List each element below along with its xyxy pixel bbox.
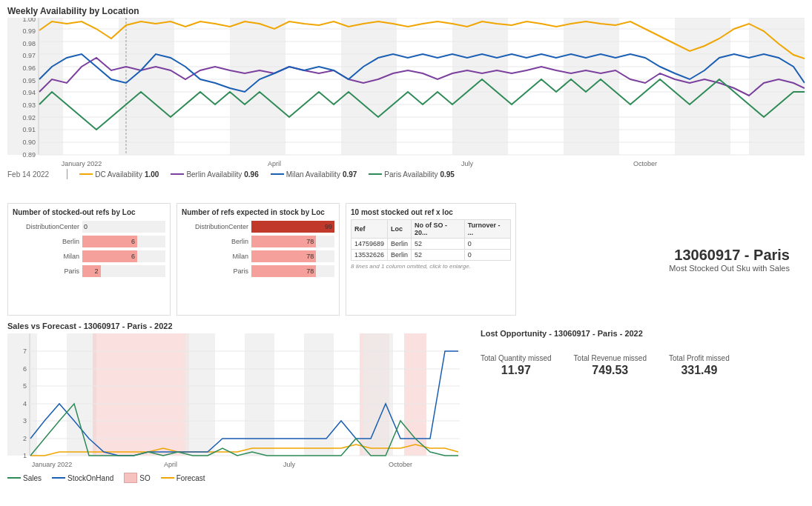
bar-label-berlin2: Berlin: [182, 238, 248, 245]
page-title: Weekly Availability by Location: [7, 6, 805, 16]
bar-fill-milan: 6: [82, 250, 137, 262]
bottom-section: Sales vs Forecast - 13060917 - Paris - 2…: [0, 319, 812, 506]
lost-opp-panel: Total Quantity missed 11.97 Total Revenu…: [481, 341, 797, 385]
bar-bg-paris: 2: [82, 265, 165, 277]
bar-bg-milan: 6: [82, 250, 165, 262]
svg-text:3: 3: [23, 417, 27, 425]
paris-legend-line: [369, 173, 382, 175]
table-row: 14759689 Berlin 52 0: [351, 239, 511, 250]
cell-turn-2: 0: [464, 250, 510, 261]
metric-quantity: Total Quantity missed 11.97: [481, 354, 552, 377]
svg-rect-39: [67, 333, 96, 456]
legend-milan: Milan Availability 0.97: [271, 170, 357, 179]
svg-text:January 2022: January 2022: [32, 461, 73, 468]
metric-revenue: Total Revenue missed 749.53: [574, 354, 647, 377]
milan-legend-line: [271, 173, 284, 175]
svg-rect-4: [452, 18, 508, 155]
svg-rect-42: [404, 333, 426, 456]
svg-text:0.96: 0.96: [22, 64, 36, 72]
svg-rect-7: [749, 18, 805, 155]
table-note[interactable]: 8 lines and 1 column omitted, click to e…: [351, 263, 511, 270]
so-legend-label: SO: [139, 474, 150, 482]
svg-text:April: April: [268, 160, 281, 167]
svg-text:4: 4: [23, 400, 27, 407]
main-container: Weekly Availability by Location 0.89 0.9…: [0, 0, 812, 506]
date-marker: Feb 14 2022: [7, 170, 49, 179]
cell-turn-1: 0: [464, 239, 510, 250]
so-legend-box: [124, 473, 137, 483]
svg-rect-43: [185, 333, 215, 456]
bar-label-milan: Milan: [13, 253, 79, 260]
top-chart-section: Weekly Availability by Location 0.89 0.9…: [0, 0, 812, 200]
sales-legend-line: [7, 477, 21, 479]
lost-opp-metrics: Total Quantity missed 11.97 Total Revenu…: [481, 354, 797, 377]
lost-opp-title: Lost Opportunity - 13060917 - Paris - 20…: [481, 329, 797, 338]
legend-soh: StockOnHand: [52, 474, 113, 482]
col-loc: Loc: [388, 220, 412, 239]
dc-legend-label: DC Availability: [95, 170, 142, 179]
svg-text:January 2022: January 2022: [62, 160, 102, 167]
sales-legend: Sales StockOnHand SO Forecast: [7, 473, 467, 483]
bar-fill-paris2: 78: [251, 265, 316, 277]
berlin-legend-value: 0.96: [244, 170, 258, 179]
bar-row-berlin: Berlin 6: [13, 236, 165, 247]
bar-label-dc: DistributionCenter: [13, 223, 79, 230]
lost-opportunity-section: Lost Opportunity - 13060917 - Paris - 20…: [473, 322, 805, 503]
berlin-legend-label: Berlin Availability: [186, 170, 242, 179]
table-row: 13532626 Berlin 52 0: [351, 250, 511, 261]
expected-stock-panel: Number of refs expected in stock by Loc …: [176, 203, 340, 316]
bar-row-dc: DistributionCenter 0: [13, 221, 165, 233]
bar-bg-paris2: 78: [251, 265, 334, 277]
svg-text:0.93: 0.93: [22, 101, 36, 109]
svg-rect-6: [675, 18, 730, 155]
svg-text:6: 6: [23, 365, 27, 373]
bar-row-dc2: DistributionCenter 99: [182, 221, 334, 233]
svg-rect-44: [245, 333, 274, 456]
dc-legend-value: 1.00: [145, 170, 159, 179]
bar-row-milan2: Milan 78: [182, 250, 334, 262]
svg-rect-2: [230, 18, 285, 155]
legend-dc: DC Availability 1.00: [79, 170, 159, 179]
legend-berlin: Berlin Availability 0.96: [171, 170, 258, 179]
metric-revenue-value: 749.53: [574, 364, 647, 377]
svg-text:October: October: [389, 461, 412, 468]
berlin-legend-line: [171, 173, 184, 175]
svg-text:0.98: 0.98: [22, 40, 36, 47]
metric-quantity-value: 11.97: [481, 364, 552, 377]
middle-section: Number of stocked-out refs by Loc Distri…: [0, 200, 812, 319]
svg-rect-46: [363, 333, 393, 456]
col-turnover: Turnover - ...: [464, 220, 510, 239]
soh-legend-label: StockOnHand: [67, 474, 113, 482]
legend-sales: Sales: [7, 474, 42, 482]
svg-text:April: April: [164, 461, 177, 468]
availability-chart[interactable]: 0.89 0.90 0.91 0.92 0.93 0.94 0.95 0.96 …: [7, 18, 805, 166]
expected-stock-title: Number of refs expected in stock by Loc: [182, 208, 334, 216]
bar-fill-berlin2: 78: [251, 236, 316, 247]
stocked-out-title: Number of stocked-out refs by Loc: [13, 208, 165, 216]
forecast-legend-label: Forecast: [176, 474, 205, 482]
paris-legend-value: 0.95: [440, 170, 454, 179]
svg-text:July: July: [461, 160, 474, 167]
bar-bg-berlin: 6: [82, 236, 165, 247]
most-stocked-out-panel: 10 most stocked out ref x loc Ref Loc No…: [346, 203, 516, 316]
bar-label-dc2: DistributionCenter: [182, 223, 248, 230]
bar-fill-milan2: 78: [251, 250, 316, 262]
svg-text:0.95: 0.95: [22, 77, 36, 84]
bar-label-milan2: Milan: [182, 253, 248, 260]
svg-text:July: July: [283, 461, 296, 468]
svg-rect-1: [119, 18, 174, 155]
sales-legend-label: Sales: [23, 474, 42, 482]
bar-bg-milan2: 78: [251, 250, 334, 262]
bar-bg-berlin2: 78: [251, 236, 334, 247]
svg-rect-0: [7, 18, 63, 155]
sales-chart[interactable]: 1 2 3 4 5 6 7 January 2022: [7, 333, 467, 470]
stocked-out-panel: Number of stocked-out refs by Loc Distri…: [7, 203, 171, 316]
dc-legend-line: [79, 173, 93, 175]
bar-fill-paris: 2: [82, 265, 101, 277]
bar-row-berlin2: Berlin 78: [182, 236, 334, 247]
cell-ref-2: 13532626: [351, 250, 388, 261]
svg-text:0.99: 0.99: [22, 27, 36, 35]
svg-text:5: 5: [23, 382, 27, 390]
metric-profit-value: 331.49: [669, 364, 730, 377]
metric-profit: Total Profit missed 331.49: [669, 354, 730, 377]
